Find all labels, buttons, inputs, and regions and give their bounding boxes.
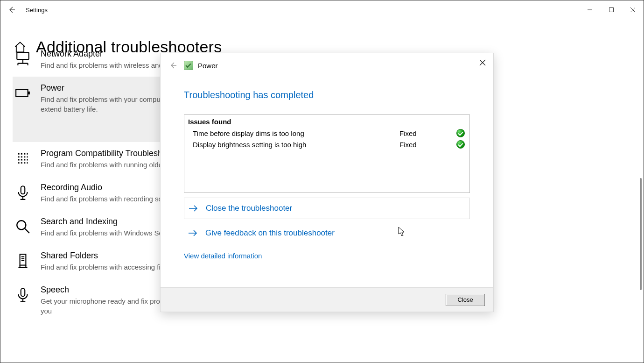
search-icon [14, 217, 31, 238]
troubleshooter-dialog: Power Troubleshooting has completed Issu… [160, 53, 494, 312]
close-troubleshooter-link[interactable]: Close the troubleshooter [184, 198, 470, 219]
dialog-app-name: Power [198, 62, 218, 70]
svg-rect-4 [21, 186, 25, 194]
arrow-left-icon [8, 6, 15, 14]
close-window-button[interactable] [622, 0, 644, 19]
dialog-app-label: Power [184, 61, 218, 70]
microphone-icon [14, 285, 31, 316]
give-feedback-link[interactable]: Give feedback on this troubleshooter [184, 223, 470, 243]
battery-icon [14, 83, 31, 114]
troubleshooter-desc: Find and fix problems with Windows Searc… [41, 228, 178, 238]
window-controls [579, 0, 644, 19]
back-button[interactable] [0, 6, 23, 14]
svg-rect-2 [16, 90, 28, 97]
issues-found-box: Issues found Time before display dims is… [184, 114, 470, 193]
maximize-icon [609, 7, 614, 13]
maximize-button[interactable] [601, 0, 622, 19]
microphone-icon [14, 183, 31, 204]
issues-header: Issues found [184, 115, 469, 128]
network-icon [14, 49, 31, 70]
issue-row[interactable]: Time before display dims is too long Fix… [184, 128, 469, 139]
issue-status: Fixed [399, 141, 455, 149]
arrow-left-icon [169, 61, 177, 70]
dialog-close-x[interactable] [475, 56, 490, 69]
troubleshooter-name: Search and Indexing [41, 217, 178, 227]
issue-status: Fixed [399, 129, 455, 137]
dialog-headline: Troubleshooting has completed [184, 90, 470, 100]
svg-rect-7 [21, 288, 25, 296]
arrow-right-icon [188, 204, 198, 213]
close-button[interactable]: Close [446, 294, 485, 306]
view-detailed-info-link[interactable]: View detailed information [184, 252, 262, 260]
check-icon [456, 140, 465, 149]
check-icon [456, 129, 465, 137]
minimize-icon [587, 7, 593, 13]
close-icon [630, 7, 636, 13]
titlebar: Settings [0, 0, 644, 19]
troubleshooter-name: Recording Audio [41, 183, 176, 192]
arrow-right-icon [188, 229, 198, 237]
dialog-back-button [165, 57, 181, 73]
svg-rect-6 [20, 254, 26, 265]
power-troubleshooter-icon [184, 61, 193, 70]
minimize-button[interactable] [579, 0, 601, 19]
action-label: Close the troubleshooter [206, 204, 292, 213]
list-icon [14, 149, 31, 170]
window-title: Settings [26, 7, 48, 14]
scrollbar-thumb[interactable] [640, 178, 642, 290]
issue-desc: Display brightness setting is too high [193, 141, 399, 149]
settings-window: Settings Additional troubleshooters [0, 0, 644, 363]
action-label: Give feedback on this troubleshooter [205, 228, 335, 238]
dialog-body: Troubleshooting has completed Issues fou… [161, 78, 493, 287]
server-icon [14, 251, 31, 272]
issue-desc: Time before display dims is too long [193, 129, 399, 137]
issue-row[interactable]: Display brightness setting is too high F… [184, 139, 469, 150]
close-icon [479, 59, 486, 66]
dialog-header: Power [161, 53, 493, 78]
troubleshooter-desc: Find and fix problems with recording sou… [41, 194, 176, 204]
svg-point-5 [17, 221, 26, 229]
svg-rect-0 [609, 8, 614, 12]
svg-rect-3 [28, 92, 30, 94]
svg-rect-1 [17, 52, 29, 59]
dialog-footer: Close [161, 287, 493, 312]
